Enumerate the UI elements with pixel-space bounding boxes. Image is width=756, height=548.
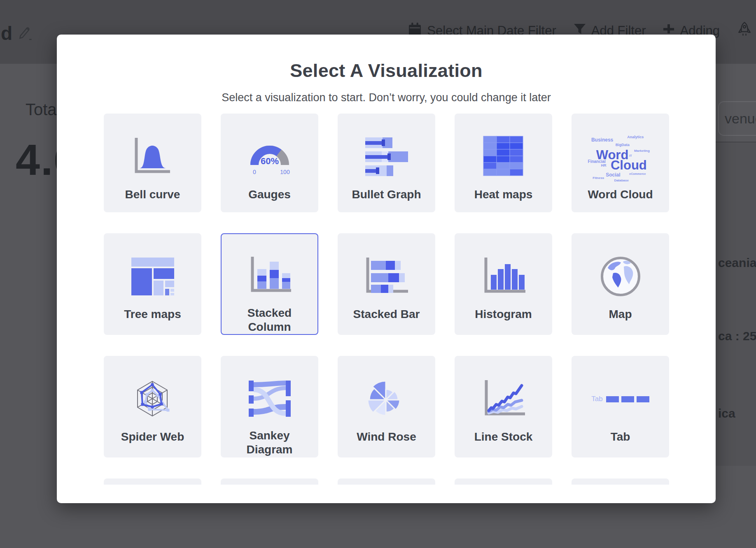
heat-maps-icon	[455, 132, 551, 181]
legend-item: ca : 25.95	[718, 329, 756, 343]
viz-card-partial[interactable]	[455, 478, 552, 485]
wind-rose-icon	[338, 375, 434, 423]
viz-card-label: Bullet Graph	[347, 188, 426, 202]
viz-card-label: Map	[604, 307, 637, 321]
stacked-bar-icon	[338, 252, 434, 301]
word-cloud-word: BigData	[616, 143, 630, 147]
word-cloud-word: IT	[629, 154, 632, 157]
viz-card-label: Tab	[606, 430, 635, 444]
viz-card-label: Wind Rose	[352, 430, 421, 444]
viz-card-label: Stacked Bar	[348, 307, 425, 321]
sankey-diagram-icon	[222, 375, 317, 422]
viz-card-heat-maps[interactable]: Heat maps	[455, 114, 552, 212]
edit-pencil-icon[interactable]	[17, 26, 32, 44]
viz-card-wind-rose[interactable]: Wind Rose	[338, 356, 435, 457]
viz-card-stacked-column[interactable]: Stacked Column	[221, 233, 318, 335]
viz-card-tree-maps[interactable]: Tree maps	[104, 233, 201, 335]
line-stock-icon	[455, 375, 551, 423]
dialog-title: Select A Visualization	[57, 35, 716, 81]
map-icon	[572, 252, 668, 301]
viz-card-label: Histogram	[470, 307, 537, 321]
bullet-graph-icon	[338, 132, 434, 181]
histogram-icon	[455, 252, 551, 301]
dashboard-title-fragment: d	[1, 22, 12, 44]
viz-card-word-cloud[interactable]: BusinessAnalyticsBigDataWordMarketingITF…	[572, 114, 669, 212]
viz-card-label: Spider Web	[116, 430, 189, 444]
spider-web-icon	[105, 375, 201, 423]
viz-card-bell-curve[interactable]: Bell curve	[104, 114, 201, 212]
dialog-subtitle: Select a visualization to start. Don’t w…	[57, 91, 716, 104]
word-cloud-word: eCommerce	[629, 172, 646, 175]
viz-card-stacked-bar[interactable]: Stacked Bar	[338, 233, 435, 335]
word-cloud-word: Analytics	[627, 135, 644, 139]
viz-card-partial[interactable]	[221, 478, 318, 485]
word-cloud-word: HR	[601, 164, 606, 167]
background-divider	[716, 142, 756, 143]
select-visualization-dialog: Select A Visualization Select a visualiz…	[57, 35, 716, 503]
gauges-icon: 60% 0 100	[222, 132, 317, 181]
viz-card-tab[interactable]: Tab Tab	[572, 356, 669, 457]
viz-card-sankey-diagram[interactable]: Sankey Diagram	[221, 356, 318, 457]
viz-card-label: Line Stock	[469, 430, 538, 444]
background-metric-label: Tota	[26, 100, 57, 119]
viz-card-partial[interactable]	[572, 478, 669, 485]
viz-card-label: Stacked Column	[222, 306, 317, 334]
viz-card-gauges[interactable]: 60% 0 100 Gauges	[221, 114, 318, 212]
svg-text:100: 100	[280, 169, 290, 175]
viz-card-histogram[interactable]: Histogram	[455, 233, 552, 335]
viz-card-label: Sankey Diagram	[222, 429, 317, 457]
word-cloud-word: Fitness	[593, 176, 604, 180]
viz-card-partial[interactable]	[104, 478, 201, 485]
viz-card-spider-web[interactable]: Spider Web	[104, 356, 201, 457]
tree-maps-icon	[105, 252, 201, 301]
viz-card-label: Bell curve	[120, 188, 185, 202]
legend-item: ceania : 8	[718, 256, 756, 270]
viz-card-bullet-graph[interactable]: Bullet Graph	[338, 114, 435, 212]
viz-card-label: Tree maps	[119, 307, 186, 321]
word-cloud-word: Business	[591, 137, 613, 142]
word-cloud-word: Social	[606, 172, 620, 177]
viz-grid: Bell curve 60% 0 100 Gauges Bullet Graph…	[104, 114, 669, 485]
word-cloud-word: Database	[614, 179, 629, 182]
viz-card-line-stock[interactable]: Line Stock	[455, 356, 552, 457]
page: { "background": { "dashboard_title_fragm…	[0, 0, 756, 548]
viz-card-label: Gauges	[243, 188, 296, 202]
svg-text:0: 0	[253, 169, 256, 175]
tab-icon: Tab	[572, 375, 668, 423]
viz-card-map[interactable]: Map	[572, 233, 669, 335]
viz-card-label: Heat maps	[469, 188, 538, 202]
word-cloud-word: Cloud	[611, 159, 647, 172]
viz-card-partial[interactable]	[338, 478, 435, 485]
word-cloud-icon: BusinessAnalyticsBigDataWordMarketingITF…	[572, 132, 668, 181]
revenue-pill-button[interactable]: venue	[718, 101, 756, 136]
revenue-pill-label: venue	[725, 111, 756, 127]
stacked-column-icon	[222, 252, 317, 300]
legend-item: ica	[718, 406, 735, 420]
viz-card-label: Word Cloud	[583, 188, 658, 202]
bell-curve-icon	[105, 132, 201, 181]
svg-text:60%: 60%	[260, 156, 278, 166]
launch-button[interactable]	[737, 21, 752, 40]
rocket-icon	[737, 21, 752, 40]
word-cloud-word: Marketing	[634, 149, 650, 153]
